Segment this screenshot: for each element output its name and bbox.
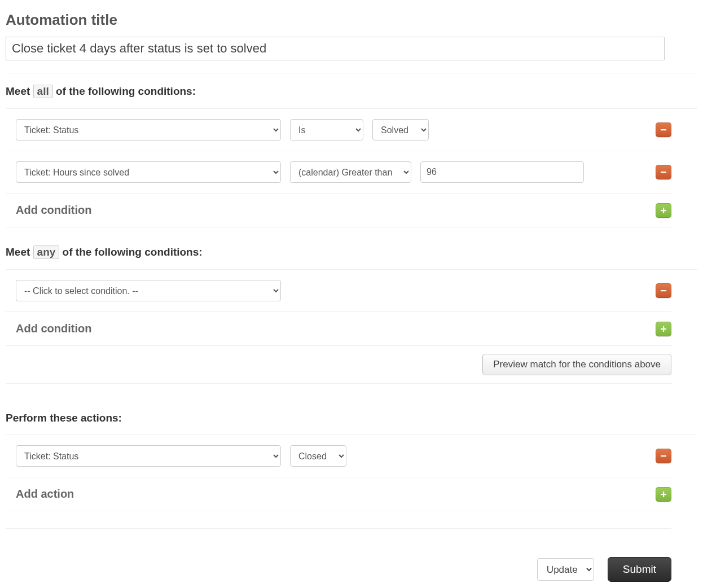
condition-operator-select[interactable]: Is [290, 119, 363, 141]
all-conditions-header: Meet all of the following conditions: [6, 73, 697, 109]
actions-header: Perform these actions: [6, 401, 697, 435]
remove-action-button[interactable] [656, 449, 671, 463]
minus-icon [660, 126, 667, 134]
remove-condition-button[interactable] [656, 165, 671, 179]
add-condition-label: Add condition [16, 322, 91, 335]
svg-rect-7 [661, 455, 666, 457]
remove-condition-button[interactable] [656, 283, 671, 298]
add-condition-button[interactable] [656, 203, 671, 218]
minus-icon [660, 287, 667, 295]
add-action-label: Add action [16, 488, 74, 501]
svg-rect-9 [661, 494, 666, 495]
condition-field-select[interactable]: -- Click to select condition. -- [16, 280, 281, 301]
svg-rect-4 [661, 290, 666, 291]
add-action-row[interactable]: Add action [6, 477, 671, 511]
condition-value-input[interactable] [420, 161, 584, 183]
svg-rect-3 [661, 210, 666, 211]
save-mode-select[interactable]: Update [537, 558, 594, 581]
svg-rect-6 [661, 328, 666, 330]
remove-condition-button[interactable] [656, 122, 671, 137]
action-value-select[interactable]: Closed [290, 445, 346, 467]
condition-field-select[interactable]: Ticket: Status [16, 119, 281, 141]
plus-icon [660, 490, 667, 498]
minus-icon [660, 168, 667, 176]
plus-icon [660, 207, 667, 214]
any-conditions-header: Meet any of the following conditions: [6, 234, 697, 270]
add-condition-row[interactable]: Add condition [6, 194, 671, 227]
action-field-select[interactable]: Ticket: Status [16, 445, 281, 467]
qualifier-any: any [33, 245, 60, 259]
condition-row: -- Click to select condition. -- [6, 270, 671, 312]
add-condition-row[interactable]: Add condition [6, 312, 671, 346]
condition-field-select[interactable]: Ticket: Hours since solved [16, 161, 281, 183]
submit-button[interactable]: Submit [608, 557, 671, 582]
add-action-button[interactable] [656, 487, 671, 502]
page-title: Automation title [6, 11, 697, 29]
condition-value-select[interactable]: Solved [372, 119, 429, 141]
action-row: Ticket: Status Closed [6, 435, 671, 477]
preview-match-button[interactable]: Preview match for the conditions above [482, 354, 671, 375]
add-condition-button[interactable] [656, 322, 671, 336]
plus-icon [660, 325, 667, 333]
add-condition-label: Add condition [16, 204, 91, 217]
minus-icon [660, 452, 667, 460]
qualifier-all: all [33, 85, 53, 98]
condition-row: Ticket: Hours since solved (calendar) Gr… [6, 151, 671, 194]
condition-row: Ticket: Status Is Solved [6, 109, 671, 151]
condition-operator-select[interactable]: (calendar) Greater than [290, 161, 411, 183]
automation-title-input[interactable] [6, 37, 665, 60]
svg-rect-0 [661, 129, 666, 130]
svg-rect-1 [661, 172, 666, 173]
